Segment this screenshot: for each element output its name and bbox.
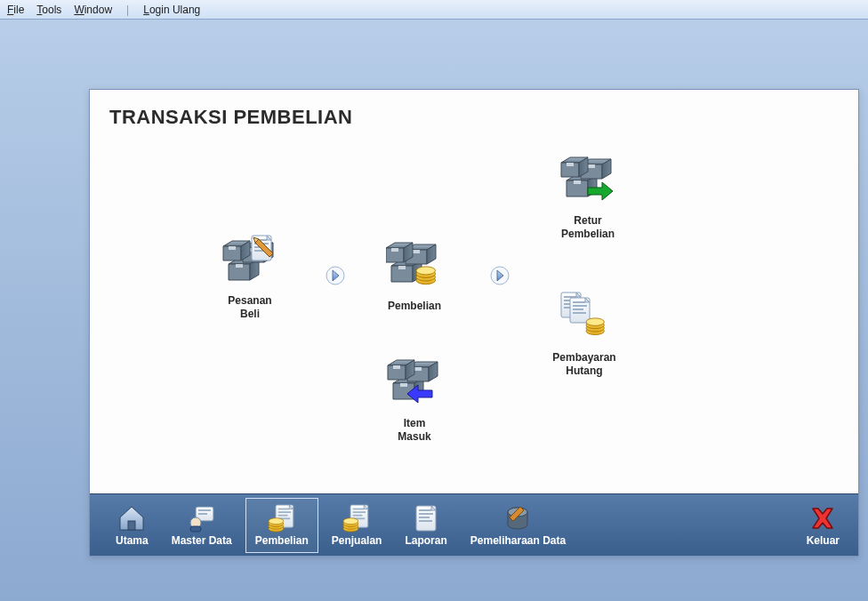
nav-keluar[interactable]: Keluar — [797, 498, 849, 553]
boxes-coins-icon — [386, 239, 443, 296]
flow-label: PembayaranHutang — [540, 351, 629, 378]
workspace-background: TRANSAKSI PEMBELIAN PesananBeli — [0, 20, 868, 601]
boxes-arrow-in-icon — [386, 357, 443, 413]
report-coins-icon — [342, 503, 372, 533]
document-icon — [411, 503, 441, 533]
flow-label: ItemMasuk — [370, 417, 459, 444]
svg-rect-16 — [198, 513, 207, 515]
boxes-arrow-out-icon — [559, 154, 616, 211]
flow-retur-pembelian[interactable]: ReturPembelian — [543, 154, 632, 241]
menubar: File Tools Window | Login Ulang — [0, 0, 868, 20]
flow-canvas: PesananBeli Pembelian — [90, 134, 858, 493]
nav-penjualan[interactable]: Penjualan — [322, 498, 392, 553]
nav-label: Utama — [116, 534, 149, 547]
close-x-icon — [808, 503, 838, 533]
svg-rect-15 — [198, 509, 211, 511]
person-card-icon — [187, 503, 217, 533]
flow-pembayaran-hutang[interactable]: PembayaranHutang — [540, 291, 629, 378]
menu-tools[interactable]: Tools — [36, 4, 61, 16]
flow-pesanan-beli[interactable]: PesananBeli — [205, 234, 294, 321]
flow-item-masuk[interactable]: ItemMasuk — [370, 357, 459, 444]
bottom-toolbar: Utama Master Data — [90, 493, 858, 556]
menu-file[interactable]: File — [7, 4, 24, 16]
svg-rect-13 — [128, 521, 135, 530]
flow-arrow-icon — [326, 266, 345, 285]
menu-login-ulang[interactable]: Login Ulang — [143, 4, 200, 16]
svg-rect-18 — [190, 526, 201, 532]
nav-label: Pemeliharaan Data — [470, 534, 566, 547]
panel-title: TRANSAKSI PEMBELIAN — [90, 90, 858, 134]
nav-laporan[interactable]: Laporan — [395, 498, 456, 553]
nav-utama[interactable]: Utama — [106, 498, 158, 553]
home-icon — [117, 503, 147, 533]
database-tools-icon — [502, 503, 533, 533]
main-panel: TRANSAKSI PEMBELIAN PesananBeli — [89, 89, 859, 557]
nav-label: Keluar — [807, 534, 840, 547]
documents-coins-icon — [556, 291, 613, 348]
menu-separator: | — [126, 4, 129, 16]
nav-label: Penjualan — [332, 534, 382, 547]
flow-label: PesananBeli — [205, 294, 294, 321]
report-coins-icon — [267, 503, 297, 533]
flow-arrow-icon — [490, 266, 510, 285]
nav-pemeliharaan-data[interactable]: Pemeliharaan Data — [461, 498, 575, 553]
flow-pembelian[interactable]: Pembelian — [370, 239, 459, 313]
nav-master-data[interactable]: Master Data — [162, 498, 242, 553]
nav-pembelian[interactable]: Pembelian — [245, 498, 318, 553]
flow-label: ReturPembelian — [543, 214, 632, 241]
flow-label: Pembelian — [370, 300, 459, 313]
nav-label: Pembelian — [255, 534, 309, 547]
menu-window[interactable]: Window — [74, 4, 112, 16]
nav-label: Master Data — [172, 534, 232, 547]
boxes-pencil-icon — [221, 234, 278, 291]
nav-label: Laporan — [405, 534, 446, 547]
